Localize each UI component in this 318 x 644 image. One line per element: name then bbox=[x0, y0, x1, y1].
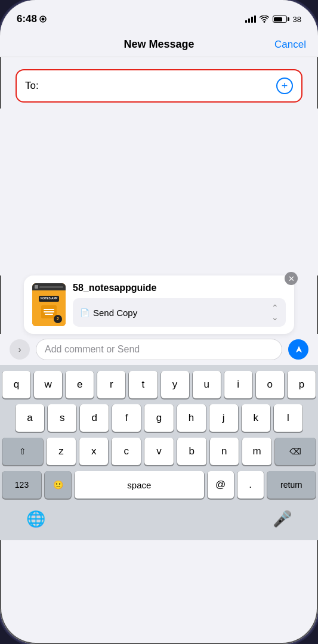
key-t[interactable]: t bbox=[129, 371, 157, 398]
delete-key[interactable]: ⌫ bbox=[275, 438, 316, 465]
status-time: 6:48 bbox=[17, 13, 47, 25]
key-e[interactable]: e bbox=[66, 371, 94, 398]
emoji-key[interactable]: 🙂 bbox=[45, 471, 71, 499]
attachment-filename: 58_notesappguide bbox=[73, 283, 286, 293]
attachment-card: NOTES APP 2 58_notesappguide bbox=[24, 275, 294, 334]
send-button[interactable]: ➤ bbox=[288, 339, 308, 360]
key-i[interactable]: i bbox=[224, 371, 252, 398]
doc-icon: 📄 bbox=[80, 308, 89, 317]
keyboard-row-3: ⇧ z x c v b n m ⌫ bbox=[2, 438, 316, 465]
wifi-icon bbox=[260, 16, 269, 23]
space-key[interactable]: space bbox=[75, 471, 204, 499]
send-copy-row[interactable]: 📄 Send Copy ⌃⌄ bbox=[73, 298, 286, 327]
attachment-close-button[interactable]: ✕ bbox=[285, 272, 298, 285]
attachment-wrapper: NOTES APP 2 58_notesappguide bbox=[12, 275, 306, 334]
status-icons: 38 bbox=[245, 15, 301, 24]
nav-bar: New Message Cancel bbox=[0, 31, 318, 57]
status-bar: 6:48 bbox=[0, 0, 318, 31]
svg-rect-5 bbox=[254, 16, 256, 23]
key-h[interactable]: h bbox=[177, 404, 206, 432]
key-r[interactable]: r bbox=[97, 371, 125, 398]
screen-record-icon bbox=[39, 16, 47, 23]
send-copy-label: 📄 Send Copy bbox=[80, 308, 137, 318]
numbers-key[interactable]: 123 bbox=[2, 471, 41, 499]
globe-icon[interactable]: 🌐 bbox=[26, 510, 45, 528]
key-l[interactable]: l bbox=[274, 404, 302, 432]
key-j[interactable]: j bbox=[209, 404, 238, 432]
to-label: To: bbox=[25, 80, 39, 92]
key-o[interactable]: o bbox=[256, 371, 284, 398]
message-input-row: › Add comment or Send ➤ bbox=[0, 334, 318, 365]
key-w[interactable]: w bbox=[34, 371, 62, 398]
key-b[interactable]: b bbox=[177, 438, 206, 465]
attachment-thumbnail: NOTES APP 2 bbox=[32, 283, 66, 326]
key-k[interactable]: k bbox=[242, 404, 270, 432]
bottom-bar: 🌐 🎤 bbox=[2, 504, 316, 538]
key-y[interactable]: y bbox=[161, 371, 189, 398]
key-n[interactable]: n bbox=[210, 438, 239, 465]
at-key[interactable]: @ bbox=[208, 471, 234, 499]
svg-rect-3 bbox=[248, 18, 250, 23]
key-s[interactable]: s bbox=[48, 404, 76, 432]
key-g[interactable]: g bbox=[144, 404, 173, 432]
to-field-container: To: + bbox=[16, 69, 302, 103]
key-p[interactable]: p bbox=[288, 371, 316, 398]
svg-rect-2 bbox=[245, 20, 247, 23]
key-x[interactable]: x bbox=[79, 438, 109, 465]
key-q[interactable]: q bbox=[2, 371, 30, 398]
dot-key[interactable]: . bbox=[237, 471, 264, 499]
time-label: 6:48 bbox=[17, 13, 37, 25]
nav-title: New Message bbox=[124, 38, 194, 51]
microphone-icon[interactable]: 🎤 bbox=[273, 510, 292, 528]
expand-button[interactable]: › bbox=[10, 339, 30, 360]
key-v[interactable]: v bbox=[144, 438, 174, 465]
cancel-button[interactable]: Cancel bbox=[274, 39, 306, 51]
svg-point-1 bbox=[42, 18, 45, 21]
keyboard: q w e r t y u i o p a s d f g h j k l ⇧ … bbox=[0, 365, 318, 540]
battery-icon bbox=[273, 16, 289, 23]
key-d[interactable]: d bbox=[80, 404, 109, 432]
signal-icon bbox=[245, 16, 256, 23]
close-icon: ✕ bbox=[288, 274, 295, 283]
keyboard-row-1: q w e r t y u i o p bbox=[2, 371, 316, 398]
add-contact-button[interactable]: + bbox=[276, 78, 293, 94]
svg-point-6 bbox=[263, 21, 265, 23]
message-input-box[interactable]: Add comment or Send bbox=[36, 339, 282, 360]
content-area bbox=[0, 109, 318, 275]
send-copy-chevron-icon: ⌃⌄ bbox=[271, 303, 279, 322]
shift-key[interactable]: ⇧ bbox=[2, 438, 43, 465]
key-c[interactable]: c bbox=[112, 438, 141, 465]
key-u[interactable]: u bbox=[193, 371, 221, 398]
key-f[interactable]: f bbox=[112, 404, 141, 432]
keyboard-row-4: 123 🙂 space @ . return bbox=[2, 471, 316, 499]
keyboard-row-2: a s d f g h j k l bbox=[2, 404, 316, 432]
return-key[interactable]: return bbox=[267, 471, 316, 499]
send-arrow-icon: ➤ bbox=[293, 346, 304, 354]
key-a[interactable]: a bbox=[16, 404, 44, 432]
to-input[interactable] bbox=[44, 80, 271, 92]
message-placeholder: Add comment or Send bbox=[45, 344, 140, 355]
battery-level: 38 bbox=[293, 15, 301, 24]
attachment-info: 58_notesappguide 📄 Send Copy ⌃⌄ bbox=[73, 283, 286, 327]
phone-frame: 6:48 bbox=[0, 0, 318, 644]
key-m[interactable]: m bbox=[242, 438, 271, 465]
chevron-right-icon: › bbox=[18, 345, 21, 354]
svg-rect-4 bbox=[251, 17, 253, 23]
key-z[interactable]: z bbox=[47, 438, 76, 465]
